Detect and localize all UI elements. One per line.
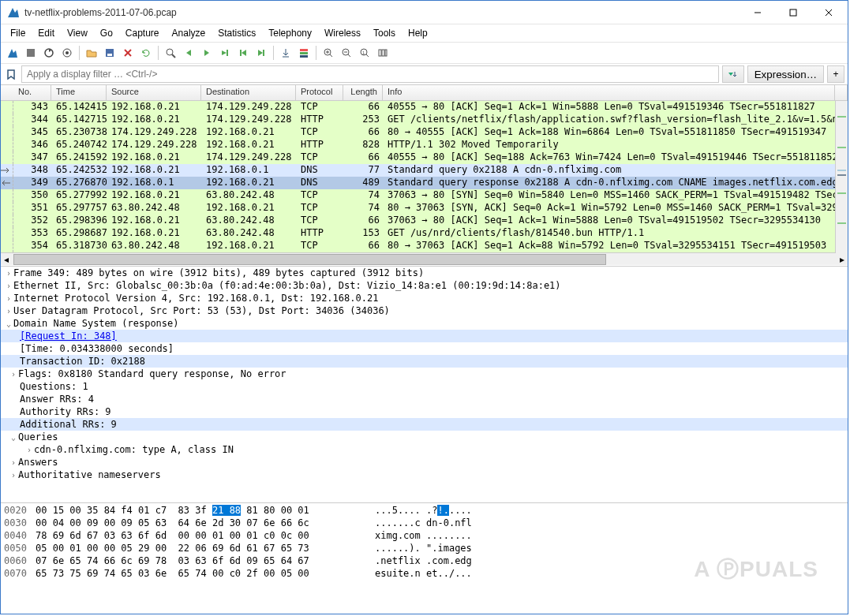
caret-icon[interactable]: ›	[4, 269, 13, 278]
tree-request-in[interactable]: [Request In: 348]	[20, 330, 117, 342]
caret-icon[interactable]: ›	[9, 471, 18, 480]
menu-file[interactable]: File	[4, 26, 32, 40]
tree-answers[interactable]: Answers	[18, 457, 58, 468]
start-capture-icon[interactable]	[4, 44, 21, 62]
maximize-button[interactable]	[775, 2, 811, 24]
capture-options-icon[interactable]	[58, 44, 76, 62]
menu-go[interactable]: Go	[94, 26, 119, 40]
hex-row[interactable]: 006007 6e 65 74 66 6c 69 78 03 63 6f 6d …	[4, 555, 844, 568]
filter-bar: Expression… +	[1, 64, 848, 84]
packet-list-scrollbar[interactable]	[835, 101, 848, 253]
tree-answer-rrs[interactable]: Answer RRs: 4	[20, 394, 94, 405]
col-header-info[interactable]: Info	[383, 85, 835, 100]
menu-view[interactable]: View	[61, 26, 94, 40]
caret-icon[interactable]: ›	[4, 294, 13, 303]
titlebar: tv-netflix-problems-2011-07-06.pcap	[1, 1, 848, 24]
caret-down-icon[interactable]: ⌄	[4, 319, 13, 328]
packet-row[interactable]: 34565.230738174.129.249.228192.168.0.21T…	[1, 126, 848, 139]
close-file-icon[interactable]	[119, 44, 137, 62]
go-prev-icon[interactable]	[180, 44, 197, 62]
expression-button[interactable]: Expression…	[747, 65, 824, 83]
col-header-time[interactable]: Time	[51, 85, 107, 100]
packet-row[interactable]: 34765.241592192.168.0.21174.129.249.228T…	[1, 151, 848, 164]
display-filter-input[interactable]	[21, 65, 719, 83]
tree-authority-rrs[interactable]: Authority RRs: 9	[20, 406, 111, 417]
goto-packet-icon[interactable]	[216, 44, 234, 62]
packet-row[interactable]: 34665.240742174.129.249.228192.168.0.21H…	[1, 139, 848, 151]
packet-list-hscroll[interactable]: ◂ ▸	[1, 252, 848, 265]
hex-row[interactable]: 003000 04 00 09 00 09 05 63 64 6e 2d 30 …	[4, 517, 844, 530]
hex-row[interactable]: 007065 73 75 69 74 65 03 6e 65 74 00 c0 …	[4, 568, 844, 581]
tree-frame[interactable]: Frame 349: 489 bytes on wire (3912 bits)…	[13, 267, 424, 278]
menu-analyze[interactable]: Analyze	[166, 26, 212, 40]
col-header-protocol[interactable]: Protocol	[296, 85, 343, 100]
bookmark-icon[interactable]	[4, 67, 18, 81]
menu-help[interactable]: Help	[402, 26, 434, 40]
col-header-source[interactable]: Source	[107, 85, 201, 100]
add-filter-button[interactable]: +	[827, 65, 844, 83]
menu-wireless[interactable]: Wireless	[318, 26, 367, 40]
packet-row[interactable]: 35065.277992192.168.0.2163.80.242.48TCP7…	[1, 189, 848, 202]
packet-row[interactable]: 34965.276870192.168.0.1192.168.0.21DNS48…	[1, 177, 848, 189]
packet-row[interactable]: 35165.29775763.80.242.48192.168.0.21TCP7…	[1, 202, 848, 215]
menu-capture[interactable]: Capture	[119, 26, 166, 40]
svg-rect-19	[300, 52, 308, 54]
packet-details-pane[interactable]: ›Frame 349: 489 bytes on wire (3912 bits…	[1, 266, 848, 502]
stop-capture-icon[interactable]	[22, 44, 39, 62]
packet-row[interactable]: 34465.142715192.168.0.21174.129.249.228H…	[1, 114, 848, 126]
zoom-out-icon[interactable]	[338, 44, 355, 62]
tree-eth[interactable]: Ethernet II, Src: Globalsc_00:3b:0a (f0:…	[13, 280, 561, 291]
caret-icon[interactable]: ›	[9, 370, 18, 379]
hex-row[interactable]: 005005 00 01 00 00 05 29 00 22 06 69 6d …	[4, 543, 844, 555]
caret-icon[interactable]: ›	[4, 282, 13, 290]
hex-row[interactable]: 004078 69 6d 67 03 63 6f 6d 00 00 01 00 …	[4, 530, 844, 543]
packet-rows[interactable]: 34365.142415192.168.0.21174.129.249.228T…	[1, 101, 848, 252]
caret-down-icon[interactable]: ⌄	[9, 433, 18, 442]
auto-scroll-icon[interactable]	[277, 44, 294, 62]
menu-statistics[interactable]: Statistics	[212, 26, 262, 40]
col-header-length[interactable]: Length	[343, 85, 383, 100]
filter-dropdown-button[interactable]	[722, 65, 744, 83]
restart-capture-icon[interactable]	[40, 44, 58, 62]
packet-row[interactable]: 35365.298687192.168.0.2163.80.242.48HTTP…	[1, 227, 848, 240]
caret-icon[interactable]: ›	[9, 458, 18, 467]
packet-row[interactable]: 34865.242532192.168.0.21192.168.0.1DNS77…	[1, 164, 848, 177]
colorize-icon[interactable]	[295, 44, 313, 62]
go-next-icon[interactable]	[198, 44, 215, 62]
tree-additional-rrs[interactable]: Additional RRs: 9	[20, 419, 117, 430]
go-last-icon[interactable]	[253, 44, 270, 62]
tree-query-0[interactable]: cdn-0.nflximg.com: type A, class IN	[34, 444, 234, 455]
tree-queries[interactable]: Queries	[18, 431, 58, 442]
zoom-reset-icon[interactable]: 1	[356, 44, 373, 62]
caret-icon[interactable]: ›	[4, 307, 13, 315]
tree-ip[interactable]: Internet Protocol Version 4, Src: 192.16…	[13, 293, 378, 304]
tree-txid[interactable]: Transaction ID: 0x2188	[20, 356, 145, 367]
reload-file-icon[interactable]	[137, 44, 155, 62]
close-button[interactable]	[811, 2, 846, 24]
packet-row[interactable]: 34365.142415192.168.0.21174.129.249.228T…	[1, 101, 848, 114]
tree-authns[interactable]: Authoritative nameservers	[18, 469, 161, 480]
menu-telephony[interactable]: Telephony	[262, 26, 318, 40]
find-packet-icon[interactable]	[162, 44, 179, 62]
menu-edit[interactable]: Edit	[32, 26, 61, 40]
menu-tools[interactable]: Tools	[367, 26, 402, 40]
tree-udp[interactable]: User Datagram Protocol, Src Port: 53 (53…	[13, 305, 390, 316]
tree-time[interactable]: [Time: 0.034338000 seconds]	[20, 343, 174, 354]
minimize-button[interactable]	[740, 2, 775, 24]
open-file-icon[interactable]	[83, 44, 100, 62]
packet-row[interactable]: 35265.298396192.168.0.2163.80.242.48TCP6…	[1, 215, 848, 227]
packet-bytes-pane[interactable]: 002000 15 00 35 84 f4 01 c7 83 3f 21 88 …	[1, 502, 848, 599]
col-header-no[interactable]: No.	[13, 85, 51, 100]
save-file-icon[interactable]	[101, 44, 118, 62]
zoom-in-icon[interactable]	[320, 44, 337, 62]
tree-dns[interactable]: Domain Name System (response)	[13, 318, 179, 329]
packet-row[interactable]: 35465.31873063.80.242.48192.168.0.21TCP6…	[1, 240, 848, 252]
tree-flags[interactable]: Flags: 0x8180 Standard query response, N…	[18, 368, 286, 379]
resize-columns-icon[interactable]	[374, 44, 391, 62]
hex-row[interactable]: 002000 15 00 35 84 f4 01 c7 83 3f 21 88 …	[4, 505, 844, 517]
col-header-destination[interactable]: Destination	[201, 85, 296, 100]
go-first-icon[interactable]	[234, 44, 252, 62]
caret-icon[interactable]: ›	[24, 446, 34, 454]
tree-questions[interactable]: Questions: 1	[20, 381, 88, 392]
packet-list-pane: No. Time Source Destination Protocol Len…	[1, 84, 848, 266]
